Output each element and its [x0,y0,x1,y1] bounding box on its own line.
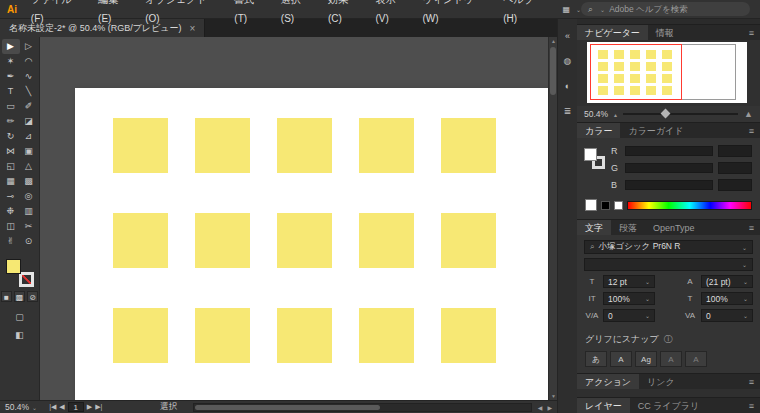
panel-tab[interactable]: OpenType [645,220,703,235]
magic-wand-tool[interactable]: ✶ [2,54,20,69]
panel-tab[interactable]: ナビゲーター [577,25,648,40]
horizontal-scrollbar-thumb[interactable] [195,405,380,410]
scroll-left-icon[interactable]: ◀ [538,404,543,411]
menu-item[interactable]: ファイル(F) [24,0,91,28]
horizontal-scrollbar[interactable] [193,403,531,412]
width-tool[interactable]: ⋈ [2,144,20,159]
mesh-tool[interactable]: ▦ [2,174,20,189]
yellow-rectangle-object[interactable] [277,213,332,268]
yellow-rectangle-object[interactable] [441,213,496,268]
channel-slider[interactable] [625,180,713,190]
menu-item[interactable]: 表示(V) [368,0,415,28]
screen-mode-icon[interactable]: ◧ [15,330,24,340]
yellow-rectangle-object[interactable] [113,118,168,173]
yellow-rectangle-object[interactable] [113,308,168,363]
menu-item[interactable]: 選択(S) [274,0,321,28]
white-swatch[interactable] [614,201,623,210]
first-artboard-button[interactable]: |◀ [49,403,56,411]
character-setting-field[interactable]: 100% ⌄ [603,292,655,305]
glyph-snap-button[interactable]: Ag [635,351,657,367]
panel-menu-icon[interactable]: ≡ [749,374,760,389]
font-style-combo[interactable]: ⌄ [584,258,753,271]
gradient-mode-button[interactable]: ▩ [14,291,25,302]
glyph-snap-button[interactable]: A [610,351,632,367]
scroll-right-icon[interactable]: ▶ [547,404,552,411]
shape-builder-tool[interactable]: ◱ [2,159,20,174]
menu-item[interactable]: ヘルプ(H) [496,0,554,28]
yellow-rectangle-object[interactable] [359,118,414,173]
navigator-view-box[interactable] [590,44,682,100]
panel-tab[interactable]: アクション [577,374,639,389]
character-setting-field[interactable]: 0 ⌄ [701,309,753,322]
panel-tab[interactable]: レイヤー [577,398,630,413]
navigator-thumbnail[interactable] [587,42,747,103]
lasso-tool[interactable]: ◠ [20,54,38,69]
yellow-rectangle-object[interactable] [359,213,414,268]
zoom-in-icon[interactable]: ▲ [744,109,753,119]
info-icon[interactable]: ⓘ [664,333,673,346]
yellow-rectangle-object[interactable] [441,118,496,173]
paintbrush-tool[interactable]: ✐ [20,99,38,114]
menu-item[interactable]: オブジェクト(O) [138,0,227,28]
fill-swatch-small[interactable] [584,148,597,161]
color-mode-button[interactable]: ■ [1,291,12,302]
collapse-panels-icon[interactable]: « [565,31,570,41]
channel-value-field[interactable] [718,179,752,191]
panel-tab[interactable]: 文字 [577,220,611,235]
panel-tab[interactable]: カラーガイド [620,123,691,138]
rectangle-tool[interactable]: ▭ [2,99,20,114]
menu-item[interactable]: ウィンドウ(W) [416,0,497,28]
panel-tab[interactable]: カラー [577,123,620,138]
slice-tool[interactable]: ✂ [20,219,38,234]
hand-tool[interactable]: ✌ [2,234,20,249]
pencil-tool[interactable]: ✏ [2,114,20,129]
free-transform-tool[interactable]: ▣ [20,144,38,159]
help-search[interactable]: ⌕ ⌄ [581,2,750,16]
character-setting-field[interactable]: 12 pt ⌄ [603,275,655,288]
workspace-switcher[interactable]: ▦ ⌄ [562,5,581,14]
color-panel-dock-icon[interactable]: ◐ [565,81,570,91]
direct-selection-tool[interactable]: ▷ [20,39,38,54]
artboard-number-field[interactable]: 1 [68,402,84,412]
character-setting-field[interactable]: 0 ⌄ [603,309,655,322]
eyedropper-tool[interactable]: ⊸ [2,189,20,204]
perspective-grid-tool[interactable]: △ [20,159,38,174]
gradient-tool[interactable]: ▩ [20,174,38,189]
glyph-snap-button[interactable]: あ [585,351,607,367]
navigator-zoom-level[interactable]: 50.4% [584,109,608,119]
pen-tool[interactable]: ✒ [2,69,20,84]
canvas[interactable] [40,37,548,400]
panel-menu-icon[interactable]: ≡ [749,398,760,413]
yellow-rectangle-object[interactable] [277,308,332,363]
none-swatch[interactable] [585,199,597,211]
menu-item[interactable]: 編集(E) [91,0,138,28]
panel-tab[interactable]: 段落 [611,220,645,235]
channel-value-field[interactable] [718,145,752,157]
panel-menu-icon[interactable]: ≡ [749,25,760,40]
chevron-down-icon[interactable]: ⌄ [32,404,37,411]
type-tool[interactable]: T [2,84,20,99]
panel-tab[interactable]: 情報 [648,25,682,40]
panel-tab[interactable]: リンク [639,374,683,389]
selection-tool[interactable]: ▶ [2,39,20,54]
navigator-zoom-slider[interactable] [623,113,738,115]
symbol-sprayer-tool[interactable]: ❉ [2,204,20,219]
panel-menu-icon[interactable]: ≡ [749,220,760,235]
current-tool-status[interactable]: 選択 [160,401,177,413]
properties-panel-dock-icon[interactable]: ◍ [564,56,572,66]
vertical-scrollbar[interactable]: ▲ ▼ [548,37,557,400]
zoom-slider-thumb[interactable] [661,109,671,119]
yellow-rectangle-object[interactable] [113,213,168,268]
line-segment-tool[interactable]: ╲ [20,84,38,99]
panel-menu-icon[interactable]: ≡ [749,123,760,138]
prev-artboard-button[interactable]: ◀ [59,403,64,411]
rotate-tool[interactable]: ↻ [2,129,20,144]
draw-mode-icon[interactable]: ▢ [15,312,24,322]
eraser-tool[interactable]: ◪ [20,114,38,129]
artboard-tool[interactable]: ◫ [2,219,20,234]
scale-tool[interactable]: ⊿ [20,129,38,144]
glyph-snap-button[interactable]: A [660,351,682,367]
color-spectrum-bar[interactable] [627,201,752,210]
stroke-swatch[interactable] [19,272,34,287]
glyph-snap-button[interactable]: A [685,351,707,367]
